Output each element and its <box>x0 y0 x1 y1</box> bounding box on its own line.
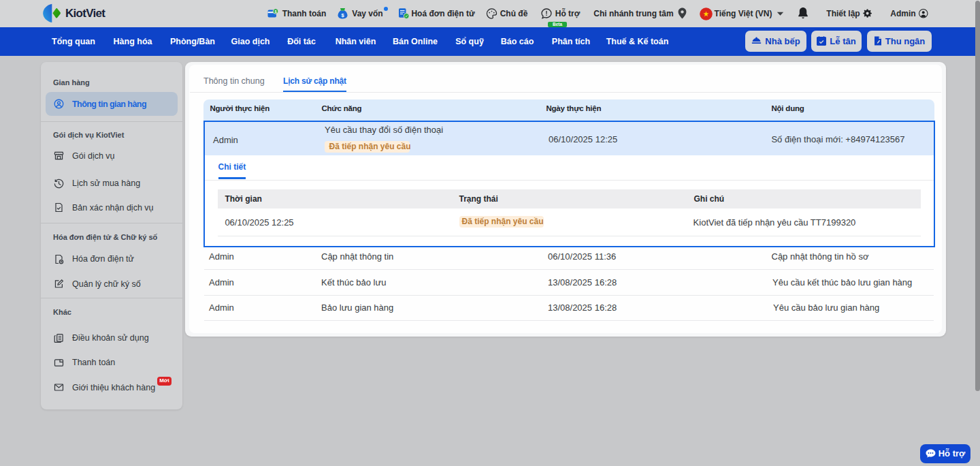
svg-text:$: $ <box>274 10 276 14</box>
